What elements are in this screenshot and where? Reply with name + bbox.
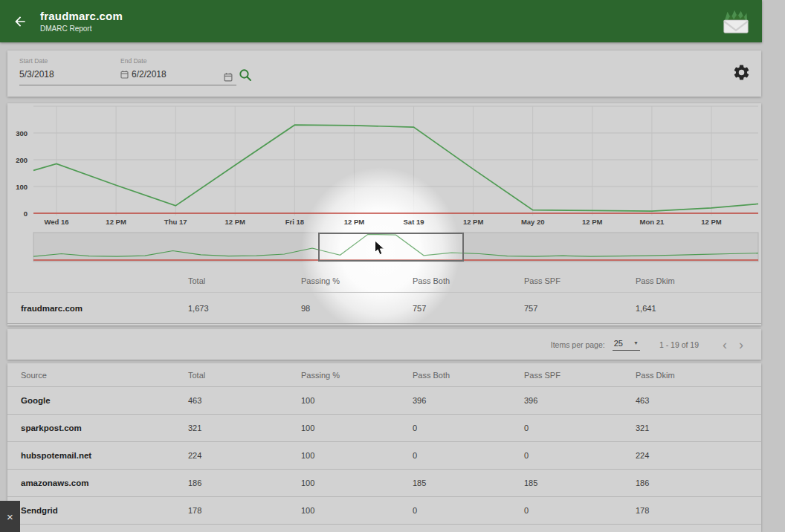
arrow-left-icon [13,14,28,29]
back-button[interactable] [9,10,31,33]
cell-value: 0 [413,424,524,432]
x-axis-label: Wed 16 [44,218,68,226]
cell-value: 186 [636,479,761,487]
cell-value: 100 [301,424,413,432]
column-header-pass-dkim: Pass Dkim [636,371,761,380]
series-pass-line [33,125,758,211]
x-axis-label: 12 PM [463,218,484,226]
cell-value: 178 [188,506,301,515]
source-table-card: Source Total Passing % Pass Both Pass SP… [7,363,761,532]
settings-button[interactable] [732,63,751,85]
x-axis-label: 12 PM [225,218,246,226]
cell-value: 100 [301,506,413,515]
cell-value: 321 [636,424,761,432]
table-row[interactable]: Sendgrid17810000178 [7,497,761,524]
cell-value: 186 [188,479,301,487]
dmarc-report-app: fraudmarc.com DMARC Report Start Date 5/… [0,0,785,532]
x-axis-label: 12 PM [582,218,603,226]
column-header-pass-dkim: Pass Dkim [636,276,761,285]
cell-value: 396 [524,396,636,405]
column-header-pass-spf: Pass SPF [524,276,636,285]
cell-value: 100 [301,396,413,405]
dropdown-caret-icon: ▼ [633,340,639,346]
cell-value: 396 [413,396,524,405]
filter-toolbar: Start Date 5/3/2018 End Date 6/2/2018 [7,51,761,97]
fraudmarc-logo [720,7,752,36]
search-icon [239,68,252,82]
date-fields-underline [19,85,236,85]
x-axis-label: 12 PM [106,218,126,226]
cell-value: 463 [188,396,301,405]
x-axis-label: Sat 19 [404,218,424,226]
x-axis-label: 12 PM [344,218,365,226]
table-row[interactable]: sparkpost.com32110000321 [7,415,761,441]
table-row[interactable]: hubspotemail.net22410000224 [7,442,761,469]
column-header-passing: Passing % [301,371,413,380]
end-date-value[interactable]: 6/2/2018 [132,69,167,80]
divider [7,524,761,525]
table-row[interactable]: amazonaws.com186100185185186 [7,470,761,496]
cell-value: 0 [413,506,524,515]
end-date-field[interactable]: End Date 6/2/2018 [120,57,224,80]
cell-value: 185 [413,479,524,487]
chart-card: 0100200300 Wed 1612 PMThu 1712 PMFri 181… [7,103,761,325]
cell-value: 463 [636,396,761,405]
items-per-page-label: Items per page: [551,340,605,349]
close-icon: × [7,510,13,523]
summary-pass-spf: 757 [524,304,636,313]
items-per-page-value: 25 [614,339,623,348]
x-axis-label: 12 PM [701,218,722,226]
column-header-pass-both: Pass Both [413,371,524,380]
calendar-picker-button[interactable] [224,71,233,85]
search-button[interactable] [239,68,252,85]
summary-row: fraudmarc.com 1,673 98 757 757 1,641 [7,293,761,322]
column-header-total: Total [188,276,301,285]
header-titles: fraudmarc.com DMARC Report [40,10,123,33]
summary-passing: 98 [301,304,413,313]
column-header-total: Total [188,371,301,380]
x-axis-label: Thu 17 [164,218,187,226]
cell-value: 321 [188,424,301,432]
summary-header-row: Total Passing % Pass Both Pass SPF Pass … [7,270,761,292]
cell-value: 100 [301,451,413,460]
app-header: fraudmarc.com DMARC Report [0,0,762,42]
cell-value: 178 [636,506,761,515]
source-name: sparkpost.com [21,424,188,432]
summary-domain: fraudmarc.com [21,304,188,313]
divider [7,292,761,293]
column-header-source: Source [21,371,188,380]
cell-value: 185 [524,479,636,487]
table-row[interactable]: Google463100396396463 [7,387,761,414]
summary-total: 1,673 [188,304,301,313]
summary-pass-dkim: 1,641 [636,304,761,313]
column-header-pass-spf: Pass SPF [524,371,636,380]
close-overlay-button[interactable]: × [0,501,20,532]
start-date-label: Start Date [19,57,114,65]
source-name: Google [21,396,188,405]
cell-value: 100 [301,479,413,487]
end-date-label: End Date [120,57,224,65]
cell-value: 0 [524,506,636,515]
next-page-button[interactable]: › [733,338,749,351]
cell-value: 0 [524,451,636,460]
page-title: fraudmarc.com [40,10,123,22]
x-axis-label: Fri 18 [285,218,304,226]
calendar-icon[interactable] [120,70,129,79]
cell-value: 224 [188,451,301,460]
calendar-icon [224,72,233,82]
source-table-header: Source Total Passing % Pass Both Pass SP… [7,363,761,386]
previous-page-button[interactable]: ‹ [717,338,733,351]
x-axis-label: May 20 [521,218,545,226]
source-name: Sendgrid [21,506,188,515]
chart-brush-selection[interactable] [318,233,464,262]
column-header-passing: Passing % [301,276,413,285]
gear-icon [732,63,751,82]
source-name: hubspotemail.net [21,451,188,460]
cell-value: 0 [413,451,524,460]
chevron-left-icon: ‹ [723,337,727,352]
start-date-field[interactable]: Start Date 5/3/2018 [19,57,114,80]
items-per-page-select[interactable]: 25 ▼ [613,339,640,351]
source-name: amazonaws.com [21,479,188,487]
cell-value: 224 [636,451,761,460]
start-date-value[interactable]: 5/3/2018 [19,69,114,80]
